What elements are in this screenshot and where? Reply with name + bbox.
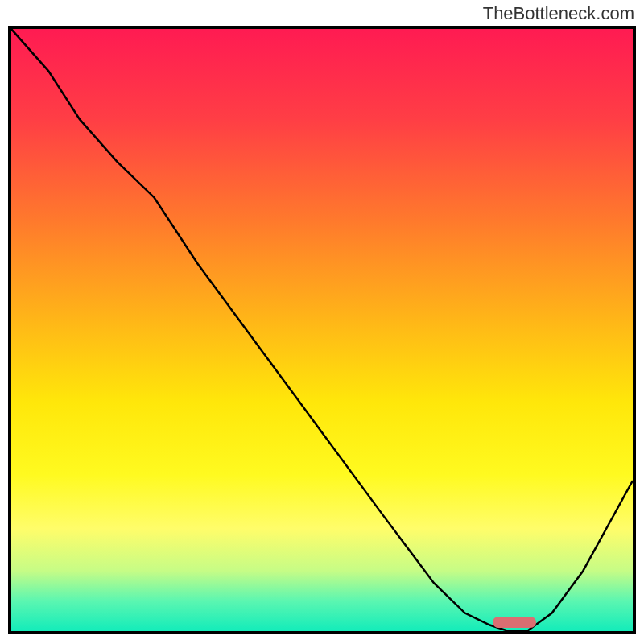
optimal-zone-marker — [493, 617, 536, 627]
curve-overlay — [11, 29, 633, 631]
bottleneck-curve — [11, 29, 633, 631]
plot-area — [8, 26, 636, 634]
watermark-label: TheBottleneck.com — [483, 3, 634, 24]
chart-container: TheBottleneck.com — [0, 0, 644, 644]
